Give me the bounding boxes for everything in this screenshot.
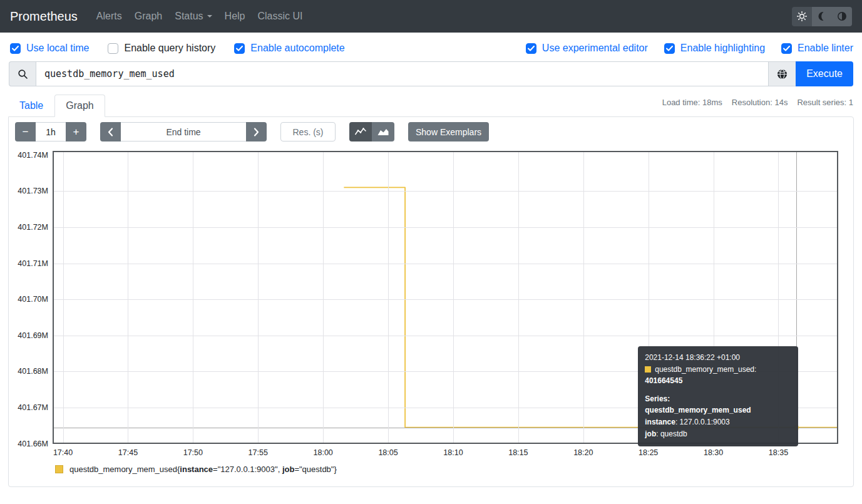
x-axis-tick-label: 18:20 (573, 448, 593, 457)
gridline (54, 336, 837, 336)
chart-type-toggle (349, 122, 394, 141)
checkbox-enable-linter[interactable]: Enable linter (781, 43, 853, 54)
brand-prometheus[interactable]: Prometheus (10, 9, 78, 24)
nav-item-help[interactable]: Help (218, 6, 252, 27)
y-axis-tick-label: 401.69M (18, 331, 48, 340)
stat-item: Resolution: 14s (732, 98, 788, 107)
end-time-input[interactable] (121, 122, 246, 141)
series-color-swatch (55, 465, 63, 473)
chevron-right-icon (254, 128, 259, 136)
tooltip-value-line: questdb_memory_mem_used: 401664545 (645, 364, 791, 387)
x-axis-tick-label: 18:10 (443, 448, 463, 457)
time-forward-button[interactable] (246, 122, 267, 141)
increase-range-button[interactable]: + (66, 122, 86, 141)
tooltip-value: 401664545 (645, 376, 682, 385)
stat-item: Load time: 18ms (662, 98, 722, 107)
x-axis-tick-label: 17:50 (183, 448, 203, 457)
line-chart-button[interactable] (349, 122, 372, 141)
light-theme-button[interactable] (792, 7, 812, 26)
graph-controls: − + (15, 122, 847, 141)
query-stats: Load time: 18msResolution: 14sResult ser… (653, 98, 853, 107)
chevron-left-icon (108, 128, 113, 136)
range-stepper: − + (15, 122, 86, 141)
tooltip-label-instance: instance: 127.0.0.1:9003 (645, 416, 791, 428)
y-axis-tick-label: 401.71M (18, 259, 48, 268)
tab-graph[interactable]: Graph (54, 95, 105, 117)
caret-down-icon (207, 15, 212, 18)
y-axis-tick-label: 401.74M (18, 151, 48, 160)
time-back-button[interactable] (100, 122, 121, 141)
x-axis-tick-label: 17:45 (118, 448, 138, 457)
nav-item-status[interactable]: Status (168, 6, 218, 27)
tooltip-label-job: job: questdb (645, 428, 791, 440)
gridline (63, 152, 64, 443)
graph-panel: − + (8, 116, 854, 487)
show-exemplars-button[interactable]: Show Exemplars (408, 122, 489, 141)
tooltip-series-swatch (645, 366, 651, 373)
x-axis-tick-label: 18:00 (314, 448, 333, 457)
search-icon (18, 69, 28, 80)
checkbox-label: Enable highlighting (680, 43, 765, 54)
graph-canvas[interactable]: 2021-12-14 18:36:22 +01:00 questdb_memor… (53, 151, 838, 444)
dark-theme-button[interactable] (812, 7, 832, 26)
line-chart-icon (354, 127, 367, 136)
search-addon (9, 61, 36, 86)
legend-item[interactable]: questdb_memory_mem_used{instance="127.0.… (55, 465, 847, 474)
tabs: TableGraph (8, 95, 105, 116)
nav-item-classic-ui[interactable]: Classic UI (251, 6, 309, 27)
checkbox-checked-icon (10, 43, 21, 54)
gridline (583, 152, 584, 443)
resolution-input[interactable] (280, 122, 336, 141)
x-axis-tick-label: 18:25 (639, 448, 658, 457)
checkbox-label: Enable linter (798, 43, 853, 54)
checkbox-label: Use experimental editor (542, 43, 648, 54)
tooltip-metric-label: questdb_memory_mem_used: (655, 365, 756, 374)
x-axis-tick-label: 17:55 (249, 448, 268, 457)
nav-links: AlertsGraphStatusHelpClassic UI (90, 6, 309, 27)
range-input[interactable] (36, 122, 66, 141)
x-axis-tick-label: 18:35 (769, 448, 788, 457)
checkbox-enable-query-history[interactable]: Enable query history (108, 43, 215, 54)
tooltip-series-name: questdb_memory_mem_used (645, 406, 751, 414)
checkbox-label: Enable autocomplete (250, 43, 344, 54)
x-axis-tick-label: 18:05 (378, 448, 398, 457)
query-input[interactable] (36, 61, 769, 86)
checkbox-label: Use local time (26, 43, 89, 54)
metrics-explorer-button[interactable] (769, 61, 796, 86)
checkbox-use-experimental-editor[interactable]: Use experimental editor (526, 43, 648, 54)
stat-item: Result series: 1 (797, 98, 853, 107)
execute-button[interactable]: Execute (796, 61, 853, 86)
gridline (54, 264, 837, 264)
x-axis-tick-label: 17:40 (53, 448, 73, 457)
checkbox-label: Enable query history (124, 43, 215, 54)
gridline (453, 152, 454, 443)
settings-row: Use local timeEnable query historyEnable… (0, 33, 862, 61)
checkbox-enable-highlighting[interactable]: Enable highlighting (664, 43, 765, 54)
checkbox-unchecked (108, 43, 118, 54)
y-axis-tick-label: 401.66M (18, 440, 48, 448)
tooltip-series-heading: Series: (645, 394, 670, 403)
globe-icon (776, 68, 788, 80)
tab-table[interactable]: Table (8, 95, 54, 117)
checkbox-enable-autocomplete[interactable]: Enable autocomplete (234, 43, 344, 54)
graph-tooltip: 2021-12-14 18:36:22 +01:00 questdb_memor… (638, 346, 798, 446)
nav-item-graph[interactable]: Graph (128, 6, 168, 27)
gridline (54, 227, 837, 228)
decrease-range-button[interactable]: − (15, 122, 36, 141)
settings-group-left: Use local timeEnable query historyEnable… (10, 43, 364, 54)
legend-label: questdb_memory_mem_used{instance="127.0.… (69, 465, 337, 474)
settings-group-right: Use experimental editorEnable highlighti… (510, 43, 853, 54)
checkbox-use-local-time[interactable]: Use local time (10, 43, 89, 54)
stacked-chart-button[interactable] (372, 122, 394, 141)
auto-theme-button[interactable] (832, 7, 852, 26)
gridline (323, 152, 324, 443)
gridline (258, 152, 259, 443)
theme-toggle-group (792, 7, 852, 26)
area-chart-icon (377, 127, 389, 136)
checkbox-checked-icon (781, 43, 792, 54)
checkbox-checked-icon (234, 43, 245, 54)
gridline (54, 299, 837, 300)
nav-item-alerts[interactable]: Alerts (90, 6, 128, 27)
end-time-stepper (100, 122, 267, 141)
navbar: Prometheus AlertsGraphStatusHelpClassic … (0, 0, 862, 33)
